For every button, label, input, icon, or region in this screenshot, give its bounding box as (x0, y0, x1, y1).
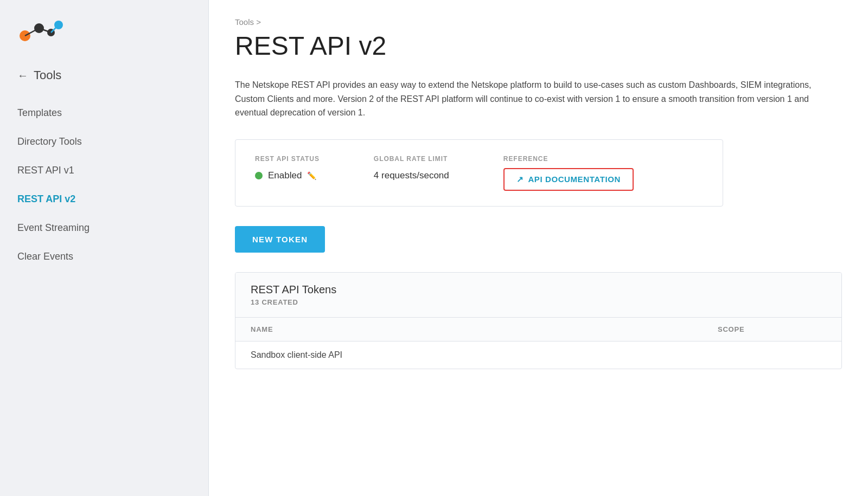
tokens-table: NAME SCOPE Sandbox client-side API (235, 318, 841, 369)
sidebar-item-event-streaming[interactable]: Event Streaming (0, 214, 208, 242)
api-doc-label: API DOCUMENTATION (528, 175, 620, 184)
logo (17, 17, 66, 44)
column-header-name: NAME (251, 325, 718, 333)
rate-limit-label: GLOBAL RATE LIMIT (374, 155, 449, 163)
status-text: Enabled (268, 170, 302, 181)
token-name: Sandbox client-side API (251, 350, 718, 360)
back-arrow-icon: ← (17, 69, 28, 82)
back-nav-label: Tools (34, 68, 61, 82)
description: The Netskope REST API provides an easy w… (235, 78, 832, 120)
sidebar-item-directory-tools[interactable]: Directory Tools (0, 127, 208, 156)
status-value: Enabled ✏️ (255, 170, 320, 181)
sidebar-nav: Templates Directory Tools REST API v1 RE… (0, 99, 208, 271)
tokens-title: REST API Tokens (251, 284, 826, 296)
main-content: Tools > REST API v2 The Netskope REST AP… (209, 0, 868, 496)
sidebar-item-rest-api-v1[interactable]: REST API v1 (0, 156, 208, 185)
reference-column: REFERENCE ↗ API DOCUMENTATION (503, 155, 634, 191)
table-row: Sandbox client-side API (235, 342, 841, 369)
status-column: REST API STATUS Enabled ✏️ (255, 155, 320, 181)
breadcrumb: Tools > (235, 17, 842, 27)
sidebar: ← Tools Templates Directory Tools REST A… (0, 0, 209, 496)
rate-limit-value: 4 requests/second (374, 170, 449, 181)
tokens-count: 13 CREATED (251, 298, 826, 306)
api-documentation-button[interactable]: ↗ API DOCUMENTATION (503, 168, 634, 191)
status-green-dot (255, 172, 263, 179)
sidebar-item-clear-events[interactable]: Clear Events (0, 242, 208, 271)
status-label: REST API STATUS (255, 155, 320, 163)
table-header: NAME SCOPE (235, 318, 841, 342)
rate-limit-column: GLOBAL RATE LIMIT 4 requests/second (374, 155, 449, 181)
sidebar-item-templates[interactable]: Templates (0, 99, 208, 127)
reference-label: REFERENCE (503, 155, 634, 163)
status-card: REST API STATUS Enabled ✏️ GLOBAL RATE L… (235, 139, 723, 207)
back-nav[interactable]: ← Tools (0, 68, 208, 99)
new-token-button[interactable]: NEW TOKEN (235, 226, 325, 253)
external-link-icon: ↗ (516, 175, 524, 184)
sidebar-item-rest-api-v2[interactable]: REST API v2 (0, 185, 208, 214)
column-header-scope: SCOPE (718, 325, 826, 333)
edit-icon[interactable]: ✏️ (307, 171, 316, 180)
page-title: REST API v2 (235, 31, 842, 61)
logo-area (0, 0, 208, 68)
tokens-section: REST API Tokens 13 CREATED NAME SCOPE Sa… (235, 272, 842, 369)
tokens-header: REST API Tokens 13 CREATED (235, 273, 841, 318)
